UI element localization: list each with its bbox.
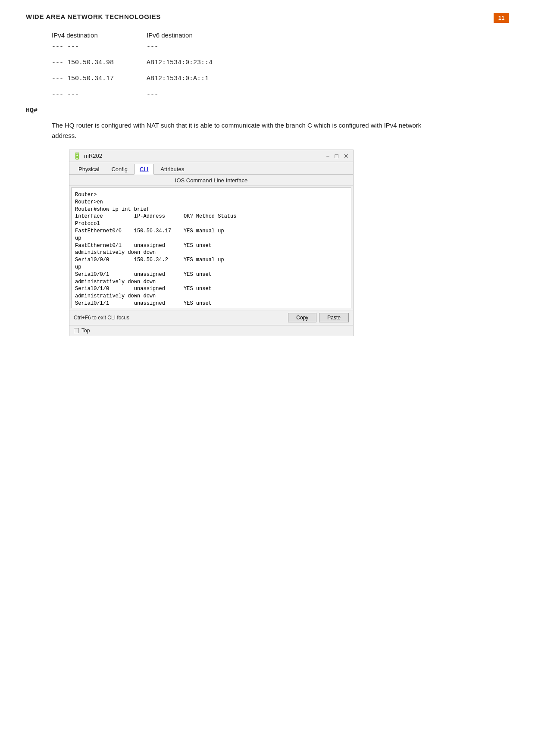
page-title: WIDE AREA NETWORK TECHNOLOGIES <box>26 13 161 20</box>
window-title-left: 🔋 mR202 <box>73 152 102 160</box>
table-row: --- --- --- <box>52 43 509 50</box>
router-icon: 🔋 <box>73 152 81 160</box>
col-ipv4-header: IPv4 destination <box>52 31 147 39</box>
window-footer: Ctrl+F6 to exit CLI focus Copy Paste <box>69 310 353 325</box>
ipv4-cell: --- 150.50.34.98 <box>52 59 147 66</box>
window-titlebar: 🔋 mR202 − □ ✕ <box>69 150 353 162</box>
top-checkbox[interactable] <box>74 328 79 333</box>
window-tabs: Physical Config CLI Attributes <box>69 162 353 175</box>
ipv4-cell: --- --- <box>52 91 147 98</box>
table-row: --- 150.50.34.98 AB12:1534:0:23::4 <box>52 59 509 66</box>
cli-area[interactable]: Router> Router>en Router#show ip int bri… <box>71 187 351 308</box>
table-row: --- --- --- <box>52 91 509 98</box>
ipv6-cell: AB12:1534:0:23::4 <box>147 59 259 66</box>
ipv4-cell: --- 150.50.34.17 <box>52 75 147 82</box>
footer-buttons: Copy Paste <box>288 313 349 322</box>
window-controls[interactable]: − □ ✕ <box>325 153 350 159</box>
body-text-content: The HQ router is configured with NAT suc… <box>52 122 421 139</box>
body-text: The HQ router is configured with NAT suc… <box>52 120 440 141</box>
col-ipv6-header: IPv6 destination <box>147 31 259 39</box>
tab-physical[interactable]: Physical <box>73 164 105 174</box>
router-window: 🔋 mR202 − □ ✕ Physical Config CLI Attrib… <box>69 150 354 336</box>
ipv6-cell: AB12:1534:0:A::1 <box>147 75 259 82</box>
cli-content: Router> Router>en Router#show ip int bri… <box>75 191 347 308</box>
minimize-button[interactable]: − <box>325 153 330 159</box>
window-bottom-bar: Top <box>69 325 353 336</box>
tab-cli[interactable]: CLI <box>134 164 154 175</box>
tab-config[interactable]: Config <box>106 164 133 174</box>
footer-hint: Ctrl+F6 to exit CLI focus <box>74 315 129 321</box>
tab-attributes[interactable]: Attributes <box>155 164 190 174</box>
close-button[interactable]: ✕ <box>343 153 350 159</box>
copy-button[interactable]: Copy <box>288 313 316 322</box>
route-table-header: IPv4 destination IPv6 destination <box>52 31 509 39</box>
ipv6-cell: --- <box>147 91 259 98</box>
ipv6-cell: --- <box>147 43 259 50</box>
page-header: WIDE AREA NETWORK TECHNOLOGIES 11 <box>26 13 509 23</box>
paste-button[interactable]: Paste <box>319 313 349 322</box>
section-label: HQ# <box>26 107 509 114</box>
ipv4-cell: --- --- <box>52 43 147 50</box>
table-row: --- 150.50.34.17 AB12:1534:0:A::1 <box>52 75 509 82</box>
route-table: IPv4 destination IPv6 destination --- --… <box>52 31 509 98</box>
maximize-button[interactable]: □ <box>334 153 339 159</box>
window-title: mR202 <box>84 153 102 159</box>
window-subtitle: IOS Command Line Interface <box>69 175 353 186</box>
page-number-badge: 11 <box>494 13 509 23</box>
top-label: Top <box>81 328 90 334</box>
